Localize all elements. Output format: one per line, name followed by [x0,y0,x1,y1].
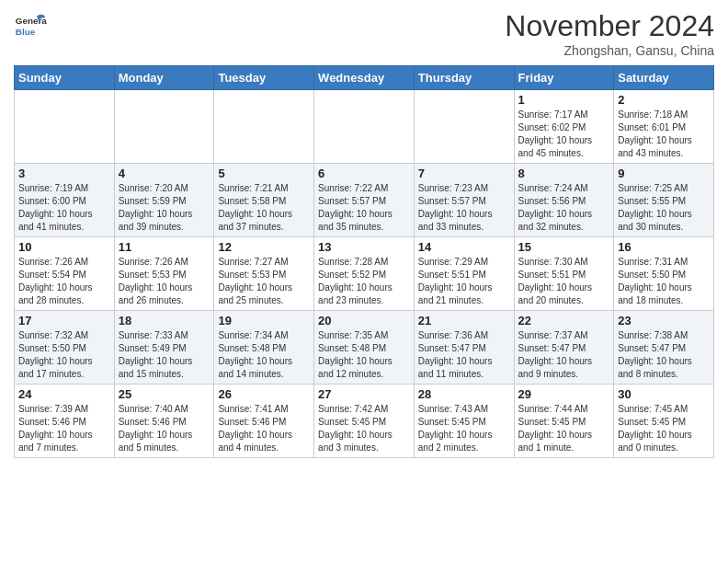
calendar-cell: 16Sunrise: 7:31 AMSunset: 5:50 PMDayligh… [614,237,714,311]
day-number: 25 [119,387,210,401]
day-number: 21 [418,314,510,327]
location: Zhongshan, Gansu, China [505,43,714,58]
weekday-header-saturday: Saturday [614,66,714,90]
day-info: Sunrise: 7:36 AMSunset: 5:47 PMDaylight:… [418,329,510,381]
title-block: November 2024 Zhongshan, Gansu, China [505,9,714,58]
calendar-cell: 6Sunrise: 7:22 AMSunset: 5:57 PMDaylight… [314,164,415,237]
day-number: 27 [318,387,410,401]
day-info: Sunrise: 7:29 AMSunset: 5:51 PMDaylight:… [418,256,510,307]
calendar-cell: 25Sunrise: 7:40 AMSunset: 5:46 PMDayligh… [114,385,214,458]
weekday-header-thursday: Thursday [414,66,514,90]
month-title: November 2024 [505,9,714,43]
day-info: Sunrise: 7:44 AMSunset: 5:45 PMDaylight:… [518,403,610,454]
logo-icon: General Blue [14,9,47,42]
calendar-cell: 20Sunrise: 7:35 AMSunset: 5:48 PMDayligh… [314,311,415,385]
day-number: 8 [518,167,610,180]
day-info: Sunrise: 7:30 AMSunset: 5:51 PMDaylight:… [518,256,610,307]
day-number: 29 [518,387,610,401]
svg-text:Blue: Blue [16,27,36,37]
day-number: 16 [618,240,710,254]
day-info: Sunrise: 7:34 AMSunset: 5:48 PMDaylight:… [218,329,310,381]
day-number: 10 [18,240,110,254]
day-number: 12 [218,240,310,254]
day-info: Sunrise: 7:28 AMSunset: 5:52 PMDaylight:… [318,256,410,307]
weekday-header-row: SundayMondayTuesdayWednesdayThursdayFrid… [15,66,714,90]
calendar-cell: 12Sunrise: 7:27 AMSunset: 5:53 PMDayligh… [214,237,314,311]
calendar-cell: 5Sunrise: 7:21 AMSunset: 5:58 PMDaylight… [214,164,314,237]
day-number: 11 [119,240,210,254]
calendar-cell: 11Sunrise: 7:26 AMSunset: 5:53 PMDayligh… [114,237,214,311]
day-number: 9 [618,167,710,180]
day-number: 7 [418,167,510,180]
day-info: Sunrise: 7:19 AMSunset: 6:00 PMDaylight:… [18,182,110,234]
day-info: Sunrise: 7:39 AMSunset: 5:46 PMDaylight:… [18,403,110,454]
day-number: 3 [18,167,110,180]
day-number: 2 [618,93,710,107]
calendar-cell [214,90,314,164]
day-number: 19 [218,314,310,327]
calendar-cell: 8Sunrise: 7:24 AMSunset: 5:56 PMDaylight… [514,164,614,237]
weekday-header-sunday: Sunday [15,66,115,90]
weekday-header-tuesday: Tuesday [214,66,314,90]
calendar-cell: 27Sunrise: 7:42 AMSunset: 5:45 PMDayligh… [314,385,415,458]
day-number: 4 [119,167,210,180]
day-info: Sunrise: 7:32 AMSunset: 5:50 PMDaylight:… [18,329,110,381]
day-number: 17 [18,314,110,327]
day-info: Sunrise: 7:24 AMSunset: 5:56 PMDaylight:… [518,182,610,234]
day-info: Sunrise: 7:33 AMSunset: 5:49 PMDaylight:… [119,329,210,381]
day-number: 28 [418,387,510,401]
calendar-cell: 4Sunrise: 7:20 AMSunset: 5:59 PMDaylight… [114,164,214,237]
calendar-cell [314,90,415,164]
header: General Blue November 2024 Zhongshan, Ga… [14,9,714,58]
day-number: 23 [618,314,710,327]
calendar-table: SundayMondayTuesdayWednesdayThursdayFrid… [14,65,714,458]
day-info: Sunrise: 7:26 AMSunset: 5:54 PMDaylight:… [18,256,110,307]
calendar-week-row: 10Sunrise: 7:26 AMSunset: 5:54 PMDayligh… [15,237,714,311]
calendar-cell [414,90,514,164]
day-info: Sunrise: 7:21 AMSunset: 5:58 PMDaylight:… [218,182,310,234]
calendar-week-row: 3Sunrise: 7:19 AMSunset: 6:00 PMDaylight… [15,164,714,237]
day-number: 24 [18,387,110,401]
calendar-cell: 7Sunrise: 7:23 AMSunset: 5:57 PMDaylight… [414,164,514,237]
calendar-cell: 1Sunrise: 7:17 AMSunset: 6:02 PMDaylight… [514,90,614,164]
day-info: Sunrise: 7:42 AMSunset: 5:45 PMDaylight:… [318,403,410,454]
calendar-week-row: 17Sunrise: 7:32 AMSunset: 5:50 PMDayligh… [15,311,714,385]
calendar-cell: 2Sunrise: 7:18 AMSunset: 6:01 PMDaylight… [614,90,714,164]
day-info: Sunrise: 7:38 AMSunset: 5:47 PMDaylight:… [618,329,710,381]
calendar-cell: 17Sunrise: 7:32 AMSunset: 5:50 PMDayligh… [15,311,115,385]
page: General Blue November 2024 Zhongshan, Ga… [0,0,728,472]
day-info: Sunrise: 7:41 AMSunset: 5:46 PMDaylight:… [218,403,310,454]
day-info: Sunrise: 7:35 AMSunset: 5:48 PMDaylight:… [318,329,410,381]
day-info: Sunrise: 7:18 AMSunset: 6:01 PMDaylight:… [618,109,710,160]
calendar-cell: 13Sunrise: 7:28 AMSunset: 5:52 PMDayligh… [314,237,415,311]
day-info: Sunrise: 7:31 AMSunset: 5:50 PMDaylight:… [618,256,710,307]
calendar-cell: 9Sunrise: 7:25 AMSunset: 5:55 PMDaylight… [614,164,714,237]
day-number: 22 [518,314,610,327]
calendar-cell: 3Sunrise: 7:19 AMSunset: 6:00 PMDaylight… [15,164,115,237]
day-number: 30 [618,387,710,401]
calendar-cell: 26Sunrise: 7:41 AMSunset: 5:46 PMDayligh… [214,385,314,458]
calendar-cell: 23Sunrise: 7:38 AMSunset: 5:47 PMDayligh… [614,311,714,385]
day-info: Sunrise: 7:43 AMSunset: 5:45 PMDaylight:… [418,403,510,454]
day-info: Sunrise: 7:40 AMSunset: 5:46 PMDaylight:… [119,403,210,454]
calendar-cell: 24Sunrise: 7:39 AMSunset: 5:46 PMDayligh… [15,385,115,458]
weekday-header-friday: Friday [514,66,614,90]
calendar-cell: 15Sunrise: 7:30 AMSunset: 5:51 PMDayligh… [514,237,614,311]
day-info: Sunrise: 7:25 AMSunset: 5:55 PMDaylight:… [618,182,710,234]
day-info: Sunrise: 7:22 AMSunset: 5:57 PMDaylight:… [318,182,410,234]
calendar-cell: 19Sunrise: 7:34 AMSunset: 5:48 PMDayligh… [214,311,314,385]
day-number: 26 [218,387,310,401]
calendar-cell: 28Sunrise: 7:43 AMSunset: 5:45 PMDayligh… [414,385,514,458]
day-info: Sunrise: 7:27 AMSunset: 5:53 PMDaylight:… [218,256,310,307]
calendar-cell [114,90,214,164]
calendar-cell: 10Sunrise: 7:26 AMSunset: 5:54 PMDayligh… [15,237,115,311]
day-number: 14 [418,240,510,254]
day-info: Sunrise: 7:23 AMSunset: 5:57 PMDaylight:… [418,182,510,234]
day-info: Sunrise: 7:45 AMSunset: 5:45 PMDaylight:… [618,403,710,454]
day-number: 13 [318,240,410,254]
day-info: Sunrise: 7:20 AMSunset: 5:59 PMDaylight:… [119,182,210,234]
day-info: Sunrise: 7:26 AMSunset: 5:53 PMDaylight:… [119,256,210,307]
day-number: 5 [218,167,310,180]
day-number: 18 [119,314,210,327]
day-info: Sunrise: 7:17 AMSunset: 6:02 PMDaylight:… [518,109,610,160]
